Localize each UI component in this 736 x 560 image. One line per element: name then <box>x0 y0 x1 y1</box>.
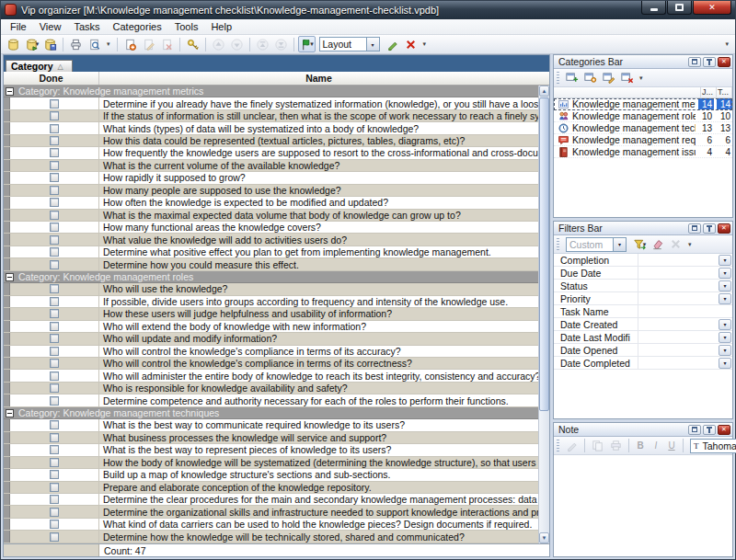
scrollbar-thumb[interactable] <box>539 97 549 411</box>
title-bar[interactable]: Vip organizer [M:\Knowledge management c… <box>1 1 735 19</box>
menu-tasks[interactable]: Tasks <box>67 20 106 33</box>
task-row[interactable]: How often the knowledge is expected to b… <box>4 197 538 209</box>
delete-category-button[interactable] <box>618 70 636 86</box>
filter-dropdown-icon[interactable]: ▾ <box>719 280 731 291</box>
category-item[interactable]: Knowledge management techniques1313 <box>554 122 732 134</box>
task-checkbox[interactable] <box>50 445 59 454</box>
toolbar-options-overflow[interactable]: ▾ <box>725 40 729 48</box>
print-button[interactable] <box>67 36 85 52</box>
task-row[interactable]: Determine how the knowledge will be tech… <box>4 531 538 543</box>
task-row[interactable]: Determine if you already have the finely… <box>4 97 538 109</box>
filter-value[interactable] <box>638 318 719 330</box>
column-header-name[interactable]: Name <box>99 72 538 85</box>
task-checkbox[interactable] <box>50 420 59 429</box>
filter-value[interactable] <box>638 344 719 356</box>
categories-close-button[interactable]: ✕ <box>718 57 730 67</box>
move-bottom-button[interactable] <box>272 36 290 52</box>
open-database-button-dropdown-icon[interactable]: ▾ <box>36 40 40 48</box>
task-row[interactable]: What kinds (types) of data will be syste… <box>4 122 538 134</box>
note-close-button[interactable]: ✕ <box>718 425 730 435</box>
task-checkbox[interactable] <box>50 297 59 306</box>
categories-bar-header[interactable]: Categories Bar ✕ <box>554 55 732 69</box>
layout-combo-dropdown-icon[interactable]: ▾ <box>366 38 379 51</box>
filters-pin-button[interactable] <box>703 223 716 234</box>
task-row[interactable]: Who will update and modify information? <box>4 333 538 345</box>
task-row[interactable]: What is the current volume of the availa… <box>4 160 538 172</box>
task-row[interactable]: How these users will judge helpfulness a… <box>4 308 538 320</box>
task-row[interactable]: How rapidly it supposed to grow? <box>4 172 538 184</box>
print-group-overflow[interactable]: ▾ <box>107 40 110 48</box>
task-checkbox[interactable] <box>50 322 59 331</box>
apply-filter-button[interactable]: ▾ <box>630 236 648 253</box>
edit-category-button[interactable] <box>600 70 617 86</box>
filter-dropdown-icon[interactable]: ▾ <box>719 255 731 266</box>
task-row[interactable]: Determine the clear procedures for the m… <box>4 494 538 506</box>
task-row[interactable]: Build up a map of knowledge structure's … <box>4 469 538 481</box>
task-row[interactable]: Who will extend the body of knowledge wi… <box>4 321 538 333</box>
minimize-button[interactable] <box>641 1 666 15</box>
task-row[interactable]: Who will control the knowledge's complia… <box>4 358 538 370</box>
collapse-icon[interactable] <box>6 273 14 281</box>
note-editor[interactable] <box>554 455 732 556</box>
task-checkbox[interactable] <box>50 433 59 442</box>
task-checkbox[interactable] <box>50 198 59 207</box>
task-row[interactable]: Who is responsible for knowledge availab… <box>4 383 538 394</box>
filter-value[interactable] <box>638 267 719 279</box>
categories-toolbar-overflow[interactable]: ▾ <box>639 74 643 82</box>
scroll-up-icon[interactable]: ▲ <box>539 86 549 97</box>
task-checkbox[interactable] <box>50 124 59 133</box>
filter-dropdown-icon[interactable]: ▾ <box>719 268 731 279</box>
new-category-button[interactable] <box>563 70 581 86</box>
task-row[interactable]: What is the best way to represent pieces… <box>4 444 538 456</box>
task-checkbox[interactable] <box>50 458 59 467</box>
task-checkbox[interactable] <box>50 247 59 257</box>
filter-dropdown-icon[interactable]: ▾ <box>719 319 731 330</box>
menu-tools[interactable]: Tools <box>168 20 205 33</box>
delete-layout-button[interactable] <box>402 36 420 52</box>
task-row[interactable]: Determine competence and authority neces… <box>4 394 538 406</box>
category-item[interactable]: Knowledge management requirements66 <box>554 134 732 146</box>
collapse-icon[interactable] <box>6 87 14 96</box>
menu-help[interactable]: Help <box>204 20 238 33</box>
column-header-done[interactable]: Done <box>4 72 99 85</box>
save-database-button[interactable] <box>41 36 59 52</box>
task-checkbox[interactable] <box>50 148 59 157</box>
task-checkbox[interactable] <box>50 347 59 356</box>
task-checkbox[interactable] <box>50 284 59 293</box>
new-task-button[interactable] <box>121 36 139 52</box>
filters-close-button[interactable]: ✕ <box>718 223 730 234</box>
task-checkbox[interactable] <box>50 483 59 492</box>
task-checkbox[interactable] <box>50 359 59 368</box>
scrollbar-track[interactable] <box>539 97 549 532</box>
category-group-row[interactable]: Category: Knowledge management roles <box>4 271 538 283</box>
task-checkbox[interactable] <box>50 334 59 343</box>
open-database-button[interactable]: ▾ <box>23 36 40 52</box>
font-combo[interactable]: TTahoma▾ <box>690 439 736 453</box>
task-row[interactable]: How the body of knowledge will be system… <box>4 457 538 469</box>
task-row[interactable]: How many people are supposed to use the … <box>4 185 538 197</box>
bold-button[interactable]: B <box>633 438 648 454</box>
category-group-row[interactable]: Category: Knowledge management technique… <box>4 407 538 419</box>
delete-task-button[interactable] <box>158 36 176 52</box>
filter-value[interactable] <box>638 331 719 343</box>
task-row[interactable]: Who will use the knowledge? <box>4 283 538 295</box>
filters-toolbar-overflow[interactable]: ▾ <box>688 241 692 248</box>
category-item[interactable]: Knowledge management roles1010 <box>554 110 732 122</box>
task-checkbox[interactable] <box>50 470 59 479</box>
note-header[interactable]: Note ✕ <box>554 423 732 437</box>
complete-task-button[interactable] <box>184 36 201 52</box>
toolbar-grip[interactable] <box>557 238 559 251</box>
menu-file[interactable]: File <box>4 20 33 33</box>
task-row[interactable]: Who will control the knowledge's complia… <box>4 346 538 358</box>
task-row[interactable]: What is the best way to communicate requ… <box>4 419 538 431</box>
task-row[interactable]: Prepare and elaborate conception of the … <box>4 482 538 494</box>
move-top-button[interactable] <box>254 36 271 52</box>
task-checkbox[interactable] <box>50 495 59 504</box>
task-checkbox[interactable] <box>50 260 59 269</box>
task-checkbox[interactable] <box>50 383 59 393</box>
task-row[interactable]: How many functional areas the knowledge … <box>4 222 538 234</box>
print-note-button[interactable] <box>607 438 625 454</box>
copy-note-button[interactable] <box>589 438 606 454</box>
task-checkbox[interactable] <box>50 99 59 109</box>
print-preview-button[interactable] <box>86 36 103 52</box>
